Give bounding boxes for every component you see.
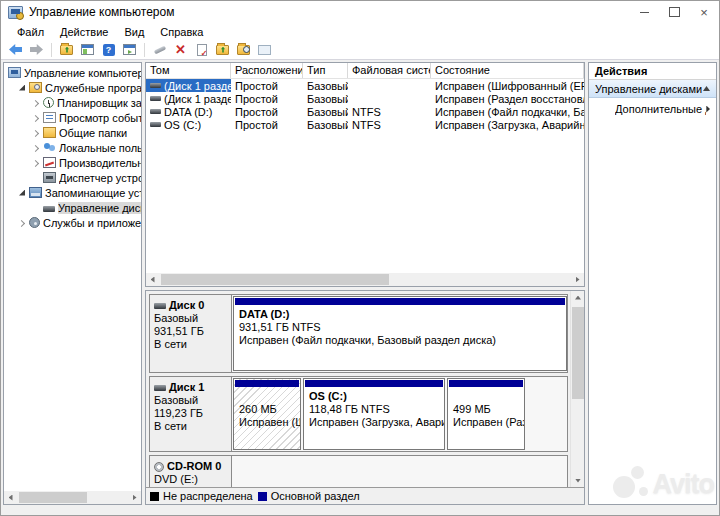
cdrom-label[interactable]: CD-ROM 0 DVD (E:) <box>150 456 232 487</box>
chevron-right-icon[interactable] <box>32 158 42 168</box>
disk-0-label[interactable]: Диск 0 Базовый 931,51 ГБ В сети <box>150 295 232 372</box>
console-tree-panel: Управление компьютером (ло Служебные про… <box>3 62 142 505</box>
column-type[interactable]: Тип <box>303 63 348 78</box>
scrollbar-thumb[interactable] <box>19 492 87 503</box>
partition-title: DATA (D:) <box>239 308 562 321</box>
tree-item-system-tools[interactable]: Служебные программы <box>4 80 141 95</box>
action-pane-button[interactable] <box>121 42 138 58</box>
legend-label: Не распределена <box>163 490 253 502</box>
column-layout[interactable]: Расположение <box>231 63 303 78</box>
volume-list-horizontal-scrollbar[interactable] <box>146 273 584 286</box>
task-scheduler-icon <box>43 97 54 108</box>
pane-icon <box>258 45 271 55</box>
actions-disk-management[interactable]: Управление дисками <box>589 80 716 98</box>
collapse-arrow-icon[interactable] <box>703 86 710 91</box>
tree-item-local-users[interactable]: Локальные пользовате <box>4 140 141 155</box>
scroll-down-button[interactable] <box>571 474 585 487</box>
menu-view[interactable]: Вид <box>116 26 152 38</box>
tree-item-event-viewer[interactable]: Просмотр событий <box>4 110 141 125</box>
scroll-right-button[interactable] <box>571 273 584 286</box>
chevron-right-icon[interactable] <box>32 143 42 153</box>
column-status[interactable]: Состояние <box>431 63 584 78</box>
tree-item-shared-folders[interactable]: Общие папки <box>4 125 141 140</box>
partition-efi[interactable]: 260 МБ Исправен (Ши <box>233 378 301 450</box>
tree-item-disk-management[interactable]: Управление дисками <box>4 200 141 215</box>
chevron-right-icon[interactable] <box>18 218 28 228</box>
partition-title <box>453 390 520 403</box>
disk-graphical-view: Диск 0 Базовый 931,51 ГБ В сети DATA (D:… <box>145 290 585 505</box>
new-folder-button[interactable] <box>214 42 231 58</box>
help-button[interactable]: ? <box>100 42 117 58</box>
avito-logo-icon <box>611 464 653 504</box>
partition-size: 118,48 ГБ NTFS <box>309 403 440 416</box>
scroll-left-button[interactable] <box>146 273 159 286</box>
chevron-right-icon[interactable] <box>32 113 42 123</box>
disk-view-vertical-scrollbar[interactable] <box>570 291 584 487</box>
disk-1-partitions: 260 МБ Исправен (Ши OS (C:) 118,48 ГБ NT… <box>232 377 567 451</box>
submenu-arrow-icon <box>706 106 710 113</box>
volume-row[interactable]: (Диск 1 раздел... Простой Базовый Исправ… <box>146 79 584 92</box>
disk-1-row: Диск 1 Базовый 119,23 ГБ В сети 260 МБ <box>149 376 568 452</box>
volume-status: Исправен (Шифрованный (EFI) систе <box>431 80 584 92</box>
up-folder-button[interactable] <box>58 42 75 58</box>
show-pane-button[interactable] <box>256 42 273 58</box>
chevron-spacer <box>32 203 42 213</box>
disk-kind: Базовый <box>154 312 228 325</box>
search-folder-button[interactable] <box>235 42 252 58</box>
volume-row[interactable]: (Диск 1 раздел 4) Простой Базовый Исправ… <box>146 92 584 105</box>
cdrom-row: CD-ROM 0 DVD (E:) <box>149 455 568 487</box>
delete-volume-button[interactable]: ✕ <box>172 42 189 58</box>
partition-recovery[interactable]: 499 МБ Исправен (Разде <box>447 378 525 450</box>
partition-title: OS (C:) <box>309 390 440 403</box>
pointer-tool-button[interactable] <box>151 42 168 58</box>
chevron-down-icon[interactable] <box>18 83 28 93</box>
properties-button[interactable] <box>193 42 210 58</box>
chevron-down-icon[interactable] <box>18 188 28 198</box>
volume-list: Том Расположение Тип Файловая система Со… <box>145 62 585 287</box>
chevron-spacer <box>32 173 42 183</box>
console-tree-button[interactable] <box>79 42 96 58</box>
device-manager-icon <box>43 172 56 183</box>
maximize-button[interactable] <box>659 1 689 23</box>
tree-horizontal-scrollbar[interactable] <box>4 491 141 504</box>
scroll-left-button[interactable] <box>4 491 17 504</box>
chevron-right-icon[interactable] <box>32 98 42 108</box>
tree-item-label: Диспетчер устройств <box>59 172 141 184</box>
volume-row[interactable]: OS (C:) Простой Базовый NTFS Исправен (З… <box>146 118 584 131</box>
tree-item-storage[interactable]: Запоминающие устройств <box>4 185 141 200</box>
primary-partition-bar <box>235 380 299 387</box>
disk-icon <box>154 385 166 391</box>
services-icon <box>29 217 40 228</box>
scrollbar-track[interactable] <box>17 491 128 504</box>
actions-more-actions[interactable]: Дополнительные дейс... <box>589 98 716 120</box>
disk-0-partitions: DATA (D:) 931,51 ГБ NTFS Исправен (Файл … <box>232 295 570 372</box>
back-button[interactable] <box>7 42 24 58</box>
column-volume[interactable]: Том <box>146 63 231 78</box>
close-button[interactable]: × <box>689 1 719 23</box>
tree-item-services-apps[interactable]: Службы и приложения <box>4 215 141 230</box>
scroll-up-button[interactable] <box>571 291 585 304</box>
menu-file[interactable]: Файл <box>9 26 52 38</box>
tree-item-task-scheduler[interactable]: Планировщик заданий <box>4 95 141 110</box>
partition-os-c[interactable]: OS (C:) 118,48 ГБ NTFS Исправен (Загрузк… <box>303 378 445 450</box>
column-filesystem[interactable]: Файловая система <box>348 63 431 78</box>
disk-1-label[interactable]: Диск 1 Базовый 119,23 ГБ В сети <box>150 377 232 451</box>
tree-item-performance[interactable]: Производительность <box>4 155 141 170</box>
tree-item-device-manager[interactable]: Диспетчер устройств <box>4 170 141 185</box>
volume-status: Исправен (Загрузка, Аварийный дам <box>431 119 584 131</box>
scrollbar-thumb[interactable] <box>572 307 584 399</box>
menu-action[interactable]: Действие <box>52 26 116 38</box>
partition-data-d[interactable]: DATA (D:) 931,51 ГБ NTFS Исправен (Файл … <box>233 296 567 371</box>
menu-help[interactable]: Справка <box>152 26 211 38</box>
tree: Управление компьютером (ло Служебные про… <box>4 63 141 230</box>
forward-button[interactable] <box>28 42 45 58</box>
scrollbar-track[interactable] <box>159 273 571 286</box>
scroll-right-button[interactable] <box>128 491 141 504</box>
volume-row[interactable]: DATA (D:) Простой Базовый NTFS Исправен … <box>146 105 584 118</box>
scrollbar-thumb[interactable] <box>161 274 389 285</box>
cdrom-partitions <box>232 456 567 487</box>
tree-item-label: Общие папки <box>59 127 127 139</box>
minimize-button[interactable] <box>629 1 659 23</box>
tree-item-computer-management[interactable]: Управление компьютером (ло <box>4 65 141 80</box>
chevron-right-icon[interactable] <box>32 128 42 138</box>
